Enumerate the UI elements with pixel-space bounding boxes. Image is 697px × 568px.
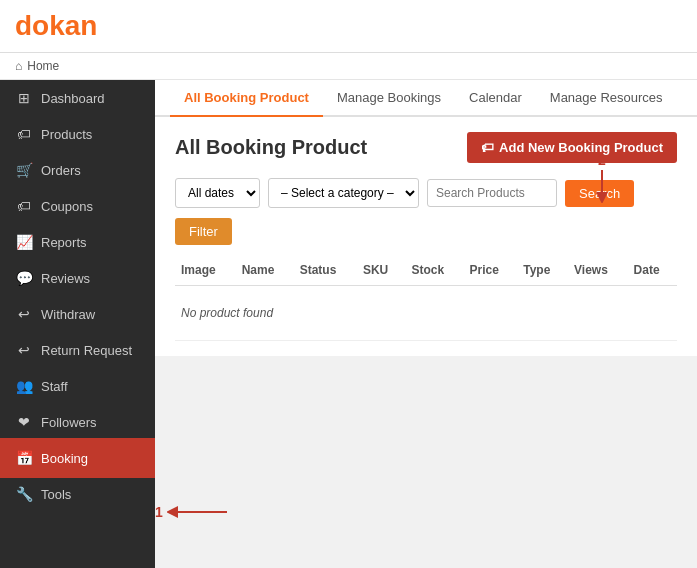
breadcrumb: ⌂ Home	[0, 53, 697, 80]
col-stock: Stock	[405, 255, 463, 286]
sidebar-item-withdraw[interactable]: ↩ Withdraw	[0, 296, 155, 332]
tab-manage-bookings[interactable]: Manage Bookings	[323, 80, 455, 117]
orders-icon: 🛒	[15, 162, 33, 178]
logo-rest: kan	[49, 10, 97, 41]
content-header: All Booking Product 🏷 Add New Booking Pr…	[175, 132, 677, 163]
sidebar-label-reviews: Reviews	[41, 271, 90, 286]
dashboard-icon: ⊞	[15, 90, 33, 106]
withdraw-icon: ↩	[15, 306, 33, 322]
sidebar-item-reviews[interactable]: 💬 Reviews	[0, 260, 155, 296]
booking-icon: 📅	[15, 450, 33, 466]
followers-icon: ❤	[15, 414, 33, 430]
arrow-1-svg	[167, 504, 237, 520]
callout-1: 1	[155, 504, 163, 520]
category-filter[interactable]: – Select a category –	[268, 178, 419, 208]
top-bar: dokan	[0, 0, 697, 53]
add-new-booking-product-button[interactable]: 🏷 Add New Booking Product	[467, 132, 677, 163]
return-request-icon: ↩	[15, 342, 33, 358]
tab-manage-resources[interactable]: Manage Resources	[536, 80, 677, 117]
col-name: Name	[236, 255, 294, 286]
table-header: Image Name Status SKU Stock Price Type V…	[175, 255, 677, 286]
breadcrumb-home[interactable]: Home	[27, 59, 59, 73]
search-products-input[interactable]	[427, 179, 557, 207]
filter-button[interactable]: Filter	[175, 218, 232, 245]
sidebar-label-return-request: Return Request	[41, 343, 132, 358]
sidebar: ⊞ Dashboard 🏷 Products 🛒 Orders 🏷 Coupon…	[0, 80, 155, 568]
tabs-bar: All Booking Product Manage Bookings Cale…	[155, 80, 697, 117]
search-button[interactable]: Search	[565, 180, 634, 207]
sidebar-label-orders: Orders	[41, 163, 81, 178]
sidebar-label-products: Products	[41, 127, 92, 142]
sidebar-item-tools[interactable]: 🔧 Tools	[0, 476, 155, 512]
sidebar-item-followers[interactable]: ❤ Followers	[0, 404, 155, 440]
sidebar-label-booking: Booking	[41, 451, 88, 466]
sidebar-item-return-request[interactable]: ↩ Return Request	[0, 332, 155, 368]
sidebar-item-staff[interactable]: 👥 Staff	[0, 368, 155, 404]
sidebar-item-reports[interactable]: 📈 Reports	[0, 224, 155, 260]
coupons-icon: 🏷	[15, 198, 33, 214]
add-btn-icon: 🏷	[481, 140, 494, 155]
dates-filter[interactable]: All dates	[175, 178, 260, 208]
sidebar-item-booking[interactable]: 📅 Booking	[0, 440, 155, 476]
sidebar-item-dashboard[interactable]: ⊞ Dashboard	[0, 80, 155, 116]
sidebar-label-coupons: Coupons	[41, 199, 93, 214]
empty-row: No product found	[175, 286, 677, 341]
filter-row: All dates – Select a category – Search	[175, 178, 677, 208]
sidebar-label-staff: Staff	[41, 379, 68, 394]
add-btn-label: Add New Booking Product	[499, 140, 663, 155]
col-sku: SKU	[357, 255, 406, 286]
sidebar-label-followers: Followers	[41, 415, 97, 430]
products-icon: 🏷	[15, 126, 33, 142]
col-views: Views	[568, 255, 628, 286]
logo: dokan	[15, 10, 97, 42]
sidebar-item-orders[interactable]: 🛒 Orders	[0, 152, 155, 188]
sidebar-label-dashboard: Dashboard	[41, 91, 105, 106]
col-price: Price	[463, 255, 517, 286]
col-date: Date	[628, 255, 677, 286]
sidebar-label-withdraw: Withdraw	[41, 307, 95, 322]
col-image: Image	[175, 255, 236, 286]
home-icon: ⌂	[15, 59, 22, 73]
content-area: All Booking Product 🏷 Add New Booking Pr…	[155, 117, 697, 356]
staff-icon: 👥	[15, 378, 33, 394]
products-table: Image Name Status SKU Stock Price Type V…	[175, 255, 677, 341]
table-body: No product found	[175, 286, 677, 341]
sidebar-label-tools: Tools	[41, 487, 71, 502]
sidebar-item-coupons[interactable]: 🏷 Coupons	[0, 188, 155, 224]
tab-all-booking-product[interactable]: All Booking Product	[170, 80, 323, 117]
main-content: All Booking Product Manage Bookings Cale…	[155, 80, 697, 356]
col-type: Type	[517, 255, 568, 286]
tab-calendar[interactable]: Calendar	[455, 80, 536, 117]
reports-icon: 📈	[15, 234, 33, 250]
sidebar-label-reports: Reports	[41, 235, 87, 250]
reviews-icon: 💬	[15, 270, 33, 286]
logo-highlight: do	[15, 10, 49, 41]
tools-icon: 🔧	[15, 486, 33, 502]
page-title: All Booking Product	[175, 136, 367, 159]
sidebar-item-products[interactable]: 🏷 Products	[0, 116, 155, 152]
no-product-message: No product found	[175, 286, 677, 341]
col-status: Status	[294, 255, 357, 286]
